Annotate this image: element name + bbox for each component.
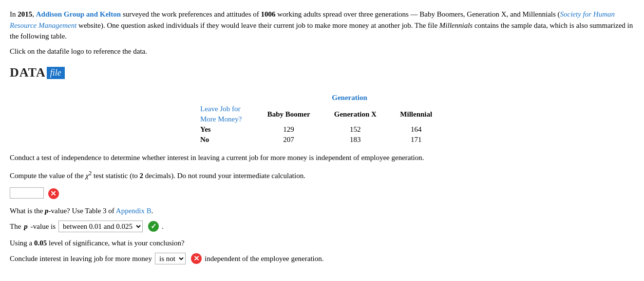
leave-job-header: Leave Job for More Money? (200, 104, 255, 124)
chi-answer-row: 0.02 ✕ (10, 185, 634, 200)
company: Addison Group and Kelton (36, 10, 121, 18)
data-cell: 183 (322, 135, 388, 145)
q4-end: level of significance, what is your conc… (47, 239, 184, 247)
sample-size: 1006 (261, 10, 276, 18)
data-cell: 129 (255, 124, 322, 135)
row-label: No (200, 135, 255, 145)
q2-after: test statistic (to (92, 172, 139, 180)
contingency-table: Generation Leave Job for More Money? Bab… (200, 94, 444, 145)
col-header-millennial: Millennial (388, 104, 444, 124)
col-header-gen-x: Generation X (322, 104, 388, 124)
pvalue-label-before: The (10, 222, 21, 231)
generation-header: Generation (255, 94, 444, 104)
q2-before: Compute the value of the (10, 172, 85, 180)
appendix-link[interactable]: Appendix B (116, 207, 152, 215)
q3-text: What is the p-value? Use Table 3 of Appe… (10, 205, 634, 217)
row-label: Yes (200, 124, 255, 135)
q3-end: . (152, 207, 153, 215)
data-cell: 152 (322, 124, 388, 135)
conclusion-before: Conclude interest in leaving job for mor… (10, 255, 152, 263)
data-cell: 207 (255, 135, 322, 145)
chi-symbol: χ (85, 172, 89, 180)
source-end: website). One question asked individuals… (76, 21, 439, 29)
q4-before: Using a (10, 239, 34, 247)
file-italic: Millennials (439, 21, 473, 29)
pvalue-row: The p-value is less than 0.005between 0.… (10, 221, 634, 232)
pvalue-correct-icon: ✓ (148, 221, 159, 232)
generations-desc: working adults spread over three generat… (276, 10, 560, 18)
file-label: file (47, 67, 65, 79)
data-cell: 164 (388, 124, 444, 135)
col-header-baby-boomer: Baby Boomer (255, 104, 322, 124)
leave-job-line2: More Money? (200, 115, 242, 123)
table-row: Yes129152164 (200, 124, 444, 135)
survey-desc: surveyed the work preferences and attitu… (121, 10, 261, 18)
q4-text: Using a 0.05 level of significance, what… (10, 237, 634, 249)
q2-bold2: 2 (140, 172, 144, 180)
pvalue-label-after: -value is (31, 222, 56, 231)
intro-paragraph: In 2015, Addison Group and Kelton survey… (10, 9, 634, 42)
conclusion-row: Conclude interest in leaving job for mor… (10, 253, 634, 264)
conclusion-after: independent of the employee generation. (205, 255, 324, 263)
datafile-logo[interactable]: DATA file (10, 65, 65, 80)
pvalue-period: . (162, 222, 164, 231)
pvalue-select[interactable]: less than 0.005between 0.005 and 0.01bet… (58, 221, 143, 232)
data-label: DATA (10, 65, 46, 80)
q2-end: decimals). Do not round your intermediat… (143, 172, 305, 180)
data-cell: 171 (388, 135, 444, 145)
leave-job-line1: Leave Job for (200, 105, 240, 113)
q3-before: What is the (10, 207, 45, 215)
table-row: No207183171 (200, 135, 444, 145)
q2-text: Compute the value of the χ2 test statist… (10, 168, 634, 181)
conclusion-select[interactable]: isis not (155, 253, 186, 264)
q4-bold: 0.05 (34, 239, 47, 247)
conclusion-wrong-icon: ✕ (191, 253, 202, 264)
chi-value-input[interactable]: 0.02 (10, 187, 44, 199)
year: 2015 (18, 10, 32, 18)
q1-text: Conduct a test of independence to determ… (10, 152, 634, 163)
pvalue-p: p (24, 222, 28, 231)
data-table-section: Generation Leave Job for More Money? Bab… (10, 94, 634, 145)
chi-wrong-icon: ✕ (48, 188, 59, 199)
click-text: Click on the datafile logo to reference … (10, 46, 634, 57)
q3-p: p (45, 207, 49, 215)
q3-after: -value? Use Table 3 of (49, 207, 116, 215)
